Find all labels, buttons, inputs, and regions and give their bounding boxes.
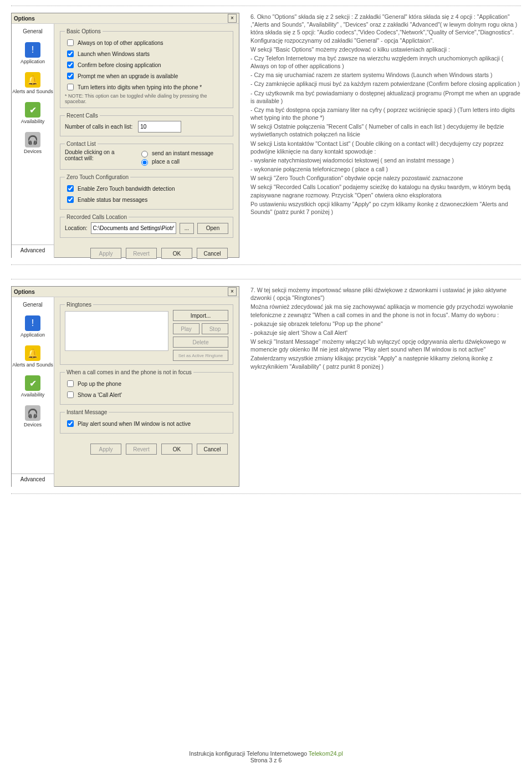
sidebar-item-alerts[interactable]: 🔔Alerts and Sounds (12, 343, 54, 370)
right-pane: Ringtones Import... Play Stop Delete Set… (54, 297, 239, 487)
body-text: W sekcji "Zero Touch Configuration" obyd… (250, 174, 521, 182)
sidebar-item-devices[interactable]: 🎧Devices (12, 403, 54, 430)
chk-prompt-upgrade[interactable] (67, 73, 74, 79)
availability-icon: ✔ (25, 375, 40, 391)
right-pane: Basic Options Always on top of other app… (54, 24, 239, 258)
body-text: - pokazuje się alert 'Show a Call Alert' (250, 329, 521, 337)
body-text: Zatwierdzamy wszystkie zmiany klikając p… (250, 354, 521, 370)
body-text: - Czy użytkownik ma być powiadamiany o d… (250, 89, 521, 105)
chk-im-alert[interactable] (67, 420, 74, 427)
headset-icon: 🎧 (25, 132, 40, 147)
contact-label: Double clicking on a contact will: (65, 149, 129, 161)
sidebar-item-advanced[interactable]: Advanced (12, 245, 54, 256)
radio-place-call[interactable] (141, 159, 148, 166)
ok-button[interactable]: OK (161, 444, 192, 455)
titlebar: Options × (12, 287, 239, 297)
loc-path-input[interactable] (91, 222, 176, 234)
apply-button[interactable]: Apply (90, 444, 121, 455)
chk-always-on-top[interactable] (67, 39, 74, 46)
body-text: - Czy Telefon Internetowy ma być zawsze … (250, 54, 521, 70)
body-text: - wysłanie natychmiastowej wiadomości te… (250, 156, 521, 164)
section-7: Options × General !Application 🔔Alerts a… (11, 279, 521, 494)
bell-icon: 🔔 (25, 72, 40, 88)
page-footer: Instrukcja konfiguracji Telefonu Interne… (11, 750, 521, 763)
import-button[interactable]: Import... (173, 310, 228, 321)
group-ringtones: Ringtones Import... Play Stop Delete Set… (60, 302, 233, 365)
ringtone-list[interactable] (65, 311, 168, 351)
revert-button[interactable]: Revert (126, 248, 157, 259)
cancel-button[interactable]: Cancel (197, 248, 228, 259)
legend-basic: Basic Options (65, 28, 103, 34)
body-text: - Czy zamknięcie aplikacji musi być za k… (250, 80, 521, 88)
body-text: W sekcji "Basic Options" możemy zdecydow… (250, 45, 521, 53)
close-icon[interactable]: × (228, 287, 237, 296)
legend-contact: Contact List (65, 141, 98, 147)
open-button[interactable]: Open (197, 223, 228, 234)
sidebar-item-application[interactable]: !Application (12, 40, 54, 67)
sidebar-item-advanced[interactable]: Advanced (12, 473, 54, 485)
body-text: Można również zdecydować jak ma się zach… (250, 303, 521, 318)
play-button[interactable]: Play (173, 323, 200, 334)
window-title: Options (14, 16, 35, 22)
revert-button[interactable]: Revert (126, 444, 157, 455)
dialog-buttons: Apply Revert OK Cancel (60, 242, 233, 259)
sidebar-item-alerts[interactable]: 🔔Alerts and Sounds (12, 70, 54, 96)
group-instant-message: Instant Message Play alert sound when IM… (60, 409, 233, 434)
close-icon[interactable]: × (228, 14, 237, 23)
chk-zero-status[interactable] (67, 196, 74, 203)
sidebar-item-devices[interactable]: 🎧Devices (12, 130, 54, 156)
legend-loc: Recorded Calls Location (65, 214, 129, 220)
group-zero-touch: Zero Touch Configuration Enable Zero Tou… (60, 174, 233, 210)
legend-zero: Zero Touch Configuration (65, 174, 130, 180)
section6-text: 6. Okno "Options" składa się z 2 sekcji … (250, 13, 521, 258)
body-text: W sekcji Ostatnie połączenia "Recent Cal… (250, 123, 521, 138)
set-active-button[interactable]: Set as Active Ringtone (173, 350, 228, 361)
sidebar-item-availability[interactable]: ✔Availability (12, 373, 54, 400)
legend-focus: When a call comes in and the phone is no… (65, 369, 193, 375)
body-text: - wykonanie połączenia telefonicznego ( … (250, 165, 521, 173)
footer-page: Strona 3 z 6 (250, 757, 282, 763)
options-window-application: Options × General !Application 🔔Alerts a… (11, 13, 239, 258)
options-window-alerts: Options × General !Application 🔔Alerts a… (11, 286, 239, 487)
section7-text: 7. W tej sekcji możemy importować własne… (250, 286, 521, 487)
recent-count-input[interactable] (138, 121, 181, 133)
basic-note: * NOTE: This option can be toggled while… (65, 93, 228, 104)
footer-brand: Telekom24.pl (309, 750, 343, 757)
chk-launch-windows[interactable] (67, 50, 74, 57)
body-text: W sekcji Lista kontaktów "Contact List" … (250, 140, 521, 155)
application-icon: ! (25, 42, 40, 58)
body-text: - pokazuje się obrazek telefonu "Pop up … (250, 320, 521, 328)
headset-icon: 🎧 (25, 405, 40, 421)
sidebar-item-general[interactable]: General (12, 299, 54, 310)
group-basic-options: Basic Options Always on top of other app… (60, 28, 233, 108)
application-icon: ! (25, 315, 40, 331)
browse-button[interactable]: ... (180, 223, 194, 234)
body-text: 7. W tej sekcji możemy importować własne… (250, 286, 521, 302)
sidebar-item-availability[interactable]: ✔Availability (12, 100, 54, 126)
radio-send-im[interactable] (141, 151, 148, 157)
bell-icon: 🔔 (25, 345, 40, 361)
group-recorded-location: Recorded Calls Location Location: ... Op… (60, 214, 233, 238)
sidebar-item-application[interactable]: !Application (12, 313, 54, 340)
availability-icon: ✔ (25, 102, 40, 118)
chk-zero-bandwidth[interactable] (67, 185, 74, 192)
delete-button[interactable]: Delete (173, 337, 228, 348)
cancel-button[interactable]: Cancel (197, 444, 228, 455)
sidebar: General !Application 🔔Alerts and Sounds … (12, 297, 54, 487)
sidebar: General !Application 🔔Alerts and Sounds … (12, 24, 54, 258)
titlebar: Options × (12, 13, 239, 24)
apply-button[interactable]: Apply (90, 248, 121, 259)
group-contact-list: Contact List Double clicking on a contac… (60, 141, 233, 170)
body-text: W sekcji "Instant Message" możemy włączy… (250, 338, 521, 353)
chk-popup-phone[interactable] (67, 380, 74, 387)
legend-recent: Recent Calls (65, 113, 100, 119)
ok-button[interactable]: OK (161, 248, 192, 259)
sidebar-item-general[interactable]: General (12, 26, 54, 37)
chk-confirm-close[interactable] (67, 62, 74, 68)
footer-left: Instrukcja konfiguracji Telefonu Interne… (189, 750, 307, 757)
stop-button[interactable]: Stop (202, 323, 228, 334)
loc-label: Location: (65, 225, 88, 231)
body-text: Po ustawieniu wszystkich opcji klikamy "… (250, 200, 521, 216)
chk-turn-letters[interactable] (67, 84, 74, 90)
chk-call-alert[interactable] (67, 391, 74, 398)
